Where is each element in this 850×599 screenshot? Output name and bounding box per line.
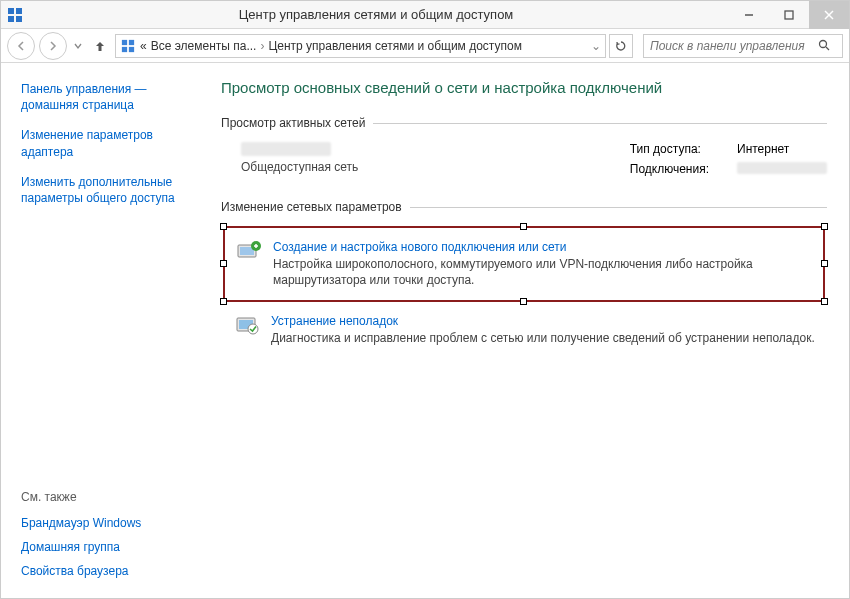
toolbar: « Все элементы па... › Центр управления … [1,29,849,63]
divider [410,207,827,208]
selection-handle[interactable] [821,223,828,230]
search-icon[interactable] [818,39,842,52]
svg-line-13 [826,47,829,50]
window-title: Центр управления сетями и общим доступом [23,7,729,22]
back-button[interactable] [7,32,35,60]
svg-rect-8 [122,39,127,44]
history-dropdown[interactable] [71,42,85,50]
breadcrumb-item-1[interactable]: Все элементы па... [151,39,257,53]
selection-highlight: Создание и настройка нового подключения … [223,226,825,302]
svg-rect-11 [129,46,134,51]
breadcrumb-icon [120,38,136,54]
connections-label: Подключения: [630,162,709,176]
search-box[interactable] [643,34,843,58]
titlebar: Центр управления сетями и общим доступом [1,1,849,29]
option-troubleshoot-desc: Диагностика и исправление проблем с сеть… [271,330,815,346]
troubleshoot-icon [233,314,261,342]
minimize-button[interactable] [729,1,769,29]
up-button[interactable] [89,35,111,57]
main-content: Просмотр основных сведений о сети и наст… [211,63,849,599]
see-also-heading: См. также [21,490,199,504]
page-heading: Просмотр основных сведений о сети и наст… [221,79,827,96]
option-troubleshoot[interactable]: Устранение неполадок Диагностика и испра… [221,310,827,350]
close-button[interactable] [809,1,849,29]
maximize-button[interactable] [769,1,809,29]
network-name-redacted [241,142,331,156]
see-also-browser[interactable]: Свойства браузера [21,564,199,578]
selection-handle[interactable] [220,260,227,267]
selection-handle[interactable] [520,298,527,305]
active-network-row: Общедоступная сеть Тип доступа: Интернет… [241,142,827,176]
network-type: Общедоступная сеть [241,160,630,174]
window-buttons [729,1,849,29]
connection-value-redacted [737,162,827,174]
option-new-connection-desc: Настройка широкополосного, коммутируемог… [273,256,813,288]
section-network-settings: Изменение сетевых параметров [221,200,827,214]
option-new-connection-title[interactable]: Создание и настройка нового подключения … [273,240,813,254]
breadcrumb[interactable]: « Все элементы па... › Центр управления … [115,34,606,58]
sidebar-item-adapter[interactable]: Изменение параметров адаптера [21,127,199,159]
selection-handle[interactable] [220,223,227,230]
divider [373,123,827,124]
see-also-homegroup[interactable]: Домашняя группа [21,540,199,554]
chevron-down-icon[interactable]: ⌄ [591,39,601,53]
selection-handle[interactable] [520,223,527,230]
option-new-connection[interactable]: Создание и настройка нового подключения … [235,236,813,292]
sidebar: Панель управления — домашняя страница Из… [1,63,211,599]
refresh-button[interactable] [609,34,633,58]
section-network-settings-label: Изменение сетевых параметров [221,200,402,214]
selection-handle[interactable] [821,260,828,267]
breadcrumb-item-2[interactable]: Центр управления сетями и общим доступом [268,39,522,53]
sidebar-item-sharing[interactable]: Изменить дополнительные параметры общего… [21,174,199,206]
see-also-firewall[interactable]: Брандмауэр Windows [21,516,199,530]
search-input[interactable] [644,39,818,53]
svg-rect-5 [785,11,793,19]
access-label: Тип доступа: [630,142,709,156]
svg-point-19 [248,324,258,334]
selection-handle[interactable] [220,298,227,305]
section-active-networks-label: Просмотр активных сетей [221,116,365,130]
svg-rect-0 [8,8,14,14]
selection-handle[interactable] [821,298,828,305]
option-troubleshoot-title[interactable]: Устранение неполадок [271,314,815,328]
access-value: Интернет [737,142,827,156]
breadcrumb-prefix: « [140,39,147,53]
new-connection-icon [235,240,263,268]
svg-rect-9 [129,39,134,44]
sidebar-item-home[interactable]: Панель управления — домашняя страница [21,81,199,113]
svg-point-12 [820,41,827,48]
forward-button[interactable] [39,32,67,60]
app-icon [7,7,23,23]
svg-rect-3 [16,16,22,22]
svg-rect-2 [8,16,14,22]
chevron-right-icon: › [260,39,264,53]
svg-rect-10 [122,46,127,51]
svg-rect-1 [16,8,22,14]
section-active-networks: Просмотр активных сетей [221,116,827,130]
